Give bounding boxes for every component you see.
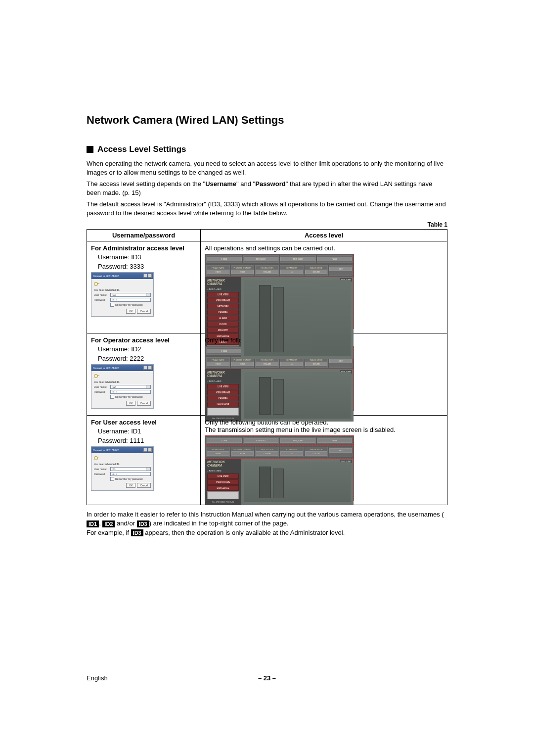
paragraph: In order to make it easier to refer to t… [87, 510, 447, 537]
password-input[interactable]: •••• [110, 472, 151, 476]
set-button[interactable]: SET [329, 265, 353, 276]
tab-label: NET_CAM [280, 438, 315, 443]
setting-value: HIGH [207, 270, 229, 274]
table-row: For User access level Username: ID1 Pass… [87, 416, 447, 505]
table-row: For Administrator access level Username:… [87, 241, 447, 333]
menu-item[interactable]: LANGUAGE [207, 485, 239, 491]
row-heading: For Operator access level [91, 336, 196, 344]
cancel-button[interactable]: Cancel [137, 401, 151, 406]
username-text: Username: ID3 [98, 253, 196, 261]
setting-value: HIGH [231, 362, 254, 366]
access-description-2: The transmission setting menu in the liv… [205, 426, 443, 433]
text: ) are indicated in the top-right corner … [149, 520, 289, 527]
password-text: Password: 2222 [98, 355, 196, 362]
menu-select-box[interactable] [207, 408, 239, 416]
camera-ui-screenshot: 1 CAM 4CH MULTI NET_CAM PAGE FRAME RATEH… [205, 254, 354, 329]
username-text: Username: ID1 [98, 427, 196, 435]
menu-item[interactable]: VIEW FRAME [207, 390, 239, 395]
ok-button[interactable]: OK [126, 483, 135, 488]
top-tab[interactable]: 1 CAM [206, 347, 242, 355]
menu-item[interactable]: CAMERA [207, 310, 239, 315]
menu-item[interactable]: MAIL/FTP [207, 328, 239, 333]
help-icon[interactable] [143, 448, 147, 452]
username-input[interactable]: ID2 [110, 385, 151, 389]
close-icon[interactable] [148, 448, 152, 452]
menu-item[interactable]: NETWORK [207, 304, 239, 309]
setting-segment[interactable]: IMAGE MODECOLOR [305, 265, 328, 276]
menu-item[interactable]: LIVE VIEW [207, 473, 239, 479]
remember-checkbox[interactable] [110, 477, 114, 481]
login-prompt: You need advanced ID. [94, 380, 151, 383]
ok-button[interactable]: OK [126, 309, 135, 314]
password-input[interactable]: •••• [110, 298, 151, 302]
text: In order to make it easier to refer to t… [87, 511, 444, 518]
id1-badge: ID1 [87, 520, 99, 527]
menu-item[interactable]: CLOCK [207, 322, 239, 327]
top-tab[interactable]: 4CH MULTI [243, 255, 279, 263]
menu-item[interactable]: VIEW FRAME [207, 479, 239, 485]
help-icon[interactable] [143, 274, 147, 278]
remember-label: Remember my password [115, 477, 143, 480]
menu-item[interactable]: CAMERA [207, 396, 239, 401]
username-label: User name: [94, 385, 109, 388]
dropdown-icon[interactable] [146, 293, 150, 296]
setting-segment[interactable]: FRAME RATEHIGH [206, 357, 230, 368]
input-value: •••• [112, 472, 117, 475]
cancel-button[interactable]: Cancel [137, 483, 151, 488]
top-tab[interactable]: 1 CAM [206, 255, 242, 263]
top-tab: 1 CAM [206, 437, 242, 444]
ok-button[interactable]: OK [126, 401, 135, 406]
close-icon[interactable] [148, 366, 152, 370]
tab-label: 1 CAM [207, 349, 242, 353]
cancel-button[interactable]: Cancel [137, 309, 151, 314]
menu-item[interactable]: ALARM [207, 316, 239, 321]
text-bold: Username [205, 180, 236, 188]
plugin-link[interactable]: Get JPEG2000 PLUG-IN [207, 501, 239, 503]
camera-live-view: NET_CAM [241, 369, 354, 422]
close-icon[interactable] [148, 274, 152, 278]
dropdown-icon[interactable] [146, 468, 150, 471]
dropdown-icon[interactable] [146, 385, 150, 388]
set-button: SET [329, 447, 353, 457]
text: For example, if [87, 529, 131, 536]
setting-value: HIGH [231, 270, 254, 274]
top-tab: 4CH MULTI [243, 437, 279, 444]
document-page: Network Camera (Wired LAN) Settings Acce… [0, 0, 534, 756]
username-text: Username: ID2 [98, 345, 196, 353]
setting-segment: PICTURE QUALITYHIGH [231, 447, 255, 457]
username-input[interactable]: ID1 [110, 467, 151, 471]
menu-item[interactable]: LANGUAGE [207, 402, 239, 407]
help-icon[interactable] [143, 366, 147, 370]
setting-segment[interactable]: FRAME RATEHIGH [206, 265, 230, 276]
remember-checkbox[interactable] [110, 303, 114, 307]
id2-badge: ID2 [102, 520, 115, 527]
tab-label: 1 CAM [207, 438, 242, 443]
menu-item[interactable]: VIEW FRAME [207, 298, 239, 303]
menu-item[interactable]: LIVE VIEW [207, 292, 239, 297]
top-tab[interactable]: PAGE [317, 255, 353, 263]
input-value: •••• [112, 298, 117, 301]
top-tab[interactable]: NET_CAM [280, 255, 316, 263]
tab-label: NET_CAM [280, 257, 315, 261]
menu-select-box[interactable] [207, 491, 239, 499]
text: and/or [115, 520, 136, 527]
setting-label: EXPANSION [280, 448, 303, 451]
access-description: All operations and settings can be carri… [205, 244, 443, 252]
page-title: Network Camera (Wired LAN) Settings [87, 114, 447, 127]
setting-segment[interactable]: RESOLUTION720x480 [255, 265, 279, 276]
username-input[interactable]: ID3 [110, 293, 151, 297]
keys-icon [94, 281, 100, 286]
setting-value: x1 [280, 362, 303, 366]
row-heading: For Administrator access level [91, 244, 196, 252]
menu-item[interactable]: LIVE VIEW [207, 384, 239, 389]
setting-label: IMAGE MODE [305, 448, 328, 451]
camera-live-view: NET_CAM [241, 459, 354, 505]
setting-segment[interactable]: PICTURE QUALITYHIGH [231, 265, 255, 276]
login-dialog: Connect to 192.168.0.2 You need advanced… [91, 446, 154, 491]
remember-checkbox[interactable] [110, 395, 114, 399]
setting-segment[interactable]: EXPANSIONx1 [280, 265, 304, 276]
password-input[interactable]: •••• [110, 390, 151, 394]
text: , [99, 520, 102, 527]
section-heading-text: Access Level Settings [97, 144, 186, 154]
password-label: Password: [94, 390, 109, 393]
